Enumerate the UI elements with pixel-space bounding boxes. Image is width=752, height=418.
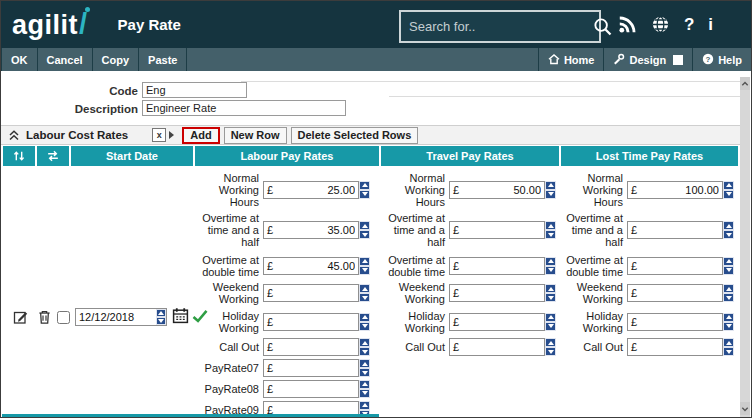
spinner-down-button[interactable] bbox=[723, 190, 734, 199]
spinner-up-button[interactable] bbox=[359, 380, 370, 389]
spinner-down-button[interactable] bbox=[723, 230, 734, 239]
rate-input[interactable] bbox=[637, 260, 722, 272]
copy-button[interactable]: Copy bbox=[93, 48, 140, 71]
rate-input[interactable] bbox=[637, 316, 722, 328]
refresh-icon[interactable] bbox=[37, 146, 69, 166]
add-button[interactable]: Add bbox=[182, 127, 219, 144]
rate-input[interactable] bbox=[273, 362, 358, 374]
rate-input[interactable] bbox=[637, 224, 722, 236]
spinner-down-button[interactable] bbox=[723, 322, 734, 331]
rate-input[interactable] bbox=[459, 184, 544, 196]
spinner-down-button[interactable] bbox=[723, 293, 734, 302]
spinner-up-button[interactable] bbox=[359, 359, 370, 368]
rate-input[interactable] bbox=[459, 316, 544, 328]
rate-input[interactable] bbox=[273, 383, 358, 395]
spinner-up-button[interactable] bbox=[723, 338, 734, 347]
code-input[interactable] bbox=[142, 82, 247, 98]
vertical-scrollbar[interactable] bbox=[740, 77, 750, 417]
spinner-down-button[interactable] bbox=[545, 230, 556, 239]
row-select-checkbox[interactable] bbox=[57, 311, 70, 324]
rate-input[interactable] bbox=[273, 341, 358, 353]
expand-arrow-icon[interactable] bbox=[169, 131, 174, 139]
spinner-up-button[interactable] bbox=[545, 338, 556, 347]
spinner-down-button[interactable] bbox=[723, 266, 734, 275]
spinner-up-button[interactable] bbox=[359, 313, 370, 322]
spinner-up-button[interactable] bbox=[545, 284, 556, 293]
search-input[interactable] bbox=[401, 19, 593, 34]
column-header-labour-pay-rates: Labour Pay Rates bbox=[195, 146, 379, 166]
help-button[interactable]: ? Help bbox=[692, 48, 751, 71]
date-spinner-down-button[interactable] bbox=[156, 317, 166, 325]
design-toggle[interactable] bbox=[673, 55, 683, 65]
calendar-icon[interactable] bbox=[172, 307, 189, 324]
currency-symbol: £ bbox=[450, 260, 459, 272]
lost-time-pay-rates-column: Normal Working Hours £ Overtime at time … bbox=[561, 171, 734, 358]
edit-row-icon[interactable] bbox=[13, 309, 29, 325]
scroll-up-icon[interactable] bbox=[740, 77, 750, 90]
info-icon[interactable]: i bbox=[708, 15, 713, 35]
rate-input[interactable] bbox=[637, 184, 722, 196]
spinner-down-button[interactable] bbox=[359, 190, 370, 199]
globe-icon[interactable] bbox=[651, 15, 670, 34]
spinner-down-button[interactable] bbox=[723, 347, 734, 356]
spinner-up-button[interactable] bbox=[545, 221, 556, 230]
sort-icon[interactable] bbox=[3, 146, 35, 166]
scroll-down-icon[interactable] bbox=[740, 402, 750, 415]
spinner-down-button[interactable] bbox=[359, 230, 370, 239]
excel-export-icon[interactable]: x bbox=[152, 128, 166, 142]
spinner-down-button[interactable] bbox=[359, 368, 370, 377]
ok-button[interactable]: OK bbox=[1, 48, 38, 71]
delete-row-icon[interactable] bbox=[37, 309, 52, 325]
rate-input[interactable] bbox=[459, 341, 544, 353]
rss-icon[interactable] bbox=[618, 15, 637, 34]
rate-input[interactable] bbox=[273, 224, 358, 236]
spinner-up-button[interactable] bbox=[723, 257, 734, 266]
spinner-down-button[interactable] bbox=[359, 347, 370, 356]
rate-input[interactable] bbox=[459, 260, 544, 272]
spinner-down-button[interactable] bbox=[359, 389, 370, 398]
rate-input[interactable] bbox=[273, 260, 358, 272]
spinner-down-button[interactable] bbox=[359, 266, 370, 275]
rate-input[interactable] bbox=[459, 287, 544, 299]
date-spinner-up-button[interactable] bbox=[156, 309, 166, 317]
home-button[interactable]: Home bbox=[538, 48, 604, 71]
paste-button[interactable]: Paste bbox=[139, 48, 187, 71]
spinner-up-button[interactable] bbox=[359, 284, 370, 293]
spinner-down-button[interactable] bbox=[545, 322, 556, 331]
spinner-down-button[interactable] bbox=[359, 293, 370, 302]
spinner-up-button[interactable] bbox=[359, 257, 370, 266]
spinner-down-button[interactable] bbox=[359, 322, 370, 331]
new-row-button[interactable]: New Row bbox=[224, 127, 287, 144]
spinner-up-button[interactable] bbox=[723, 181, 734, 190]
delete-selected-rows-button[interactable]: Delete Selected Rows bbox=[291, 127, 419, 144]
spinner-up-button[interactable] bbox=[545, 181, 556, 190]
description-input[interactable] bbox=[142, 100, 346, 116]
spinner-up-button[interactable] bbox=[545, 257, 556, 266]
spinner-down-button[interactable] bbox=[545, 347, 556, 356]
currency-symbol: £ bbox=[628, 260, 637, 272]
search-icon[interactable] bbox=[593, 17, 613, 37]
spinner-up-button[interactable] bbox=[545, 313, 556, 322]
rate-input[interactable] bbox=[459, 224, 544, 236]
spinner bbox=[545, 181, 556, 199]
help-icon[interactable]: ? bbox=[684, 15, 694, 35]
rate-input[interactable] bbox=[637, 287, 722, 299]
rate-input[interactable] bbox=[273, 287, 358, 299]
spinner-up-button[interactable] bbox=[359, 181, 370, 190]
spinner-up-button[interactable] bbox=[359, 338, 370, 347]
rate-input[interactable] bbox=[273, 184, 358, 196]
spinner-up-button[interactable] bbox=[723, 221, 734, 230]
spinner-up-button[interactable] bbox=[723, 313, 734, 322]
design-button[interactable]: Design bbox=[603, 48, 692, 71]
cancel-button[interactable]: Cancel bbox=[38, 48, 93, 71]
spinner-up-button[interactable] bbox=[359, 401, 370, 410]
spinner-down-button[interactable] bbox=[545, 293, 556, 302]
spinner-up-button[interactable] bbox=[723, 284, 734, 293]
rate-input[interactable] bbox=[637, 341, 722, 353]
collapse-icon[interactable] bbox=[8, 129, 20, 141]
spinner-down-button[interactable] bbox=[545, 190, 556, 199]
spinner-down-button[interactable] bbox=[545, 266, 556, 275]
start-date-input[interactable] bbox=[76, 309, 156, 325]
rate-input[interactable] bbox=[273, 316, 358, 328]
spinner-up-button[interactable] bbox=[359, 221, 370, 230]
